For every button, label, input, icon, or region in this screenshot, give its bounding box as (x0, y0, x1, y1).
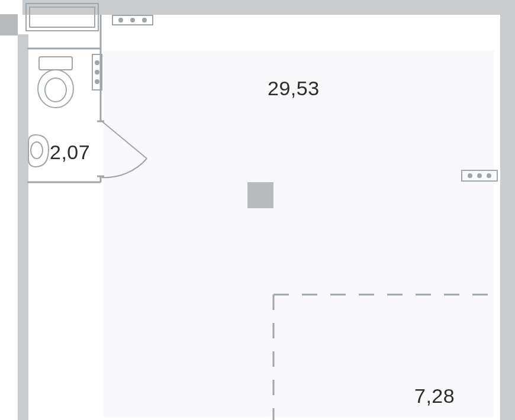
svg-point-20 (119, 18, 123, 22)
zone-area-label: 7,28 (414, 385, 455, 408)
svg-rect-14 (39, 57, 72, 70)
svg-rect-3 (18, 34, 28, 420)
svg-point-29 (478, 174, 481, 177)
pillar-icon (247, 182, 273, 208)
main-room-fill (104, 50, 494, 417)
vent-icon (112, 15, 153, 25)
bathroom-area-label: 2,07 (50, 141, 90, 164)
svg-point-26 (95, 80, 99, 83)
svg-point-16 (45, 78, 66, 102)
svg-point-25 (95, 70, 99, 74)
svg-point-22 (143, 18, 146, 22)
main-room-area-label: 29,53 (268, 77, 320, 100)
svg-rect-1 (104, 0, 515, 15)
svg-point-21 (131, 18, 134, 22)
sink-icon (28, 135, 49, 167)
svg-rect-4 (0, 14, 18, 35)
toilet-icon (38, 57, 73, 108)
svg-point-30 (487, 174, 491, 177)
svg-rect-0 (500, 0, 515, 420)
floor-plan-svg (0, 0, 515, 420)
svg-point-28 (468, 174, 472, 177)
floor-plan: 29,53 2,07 7,28 (0, 0, 515, 420)
svg-point-24 (95, 61, 99, 64)
svg-point-18 (31, 142, 43, 159)
entrance-window-icon (26, 4, 98, 31)
